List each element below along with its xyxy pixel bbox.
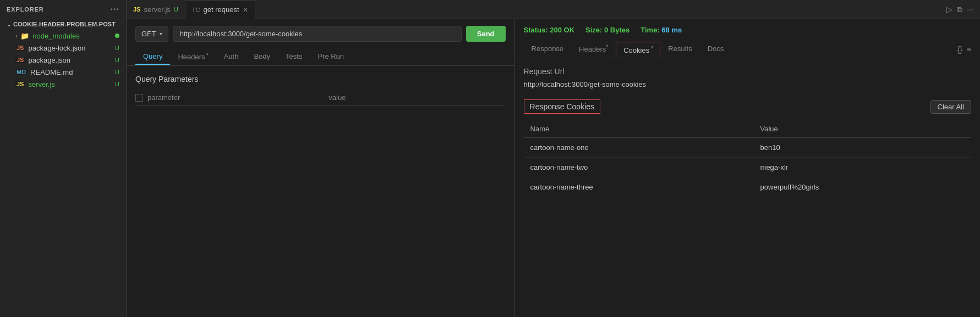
- tab-body[interactable]: Body: [246, 49, 278, 65]
- left-panel: GET ▾ Send Query Headers ² Auth Body: [127, 19, 515, 317]
- tab-response[interactable]: Response: [524, 41, 572, 57]
- tab-get-request[interactable]: TC get request ✕: [185, 0, 255, 19]
- untracked-badge: U: [115, 81, 119, 87]
- tab-results[interactable]: Results: [660, 41, 699, 57]
- tab-label: Tests: [286, 52, 302, 60]
- cookies-table: Name Value cartoon-name-oneben10cartoon-…: [524, 120, 971, 197]
- tab-label: Docs: [708, 45, 724, 53]
- file-label: server.js: [28, 80, 112, 88]
- tab-label: Body: [254, 52, 270, 60]
- file-label: node_modules: [32, 32, 112, 40]
- untracked-badge: U: [115, 45, 119, 51]
- request-url-value: http://localhost:3000/get-some-cookies: [524, 80, 971, 88]
- tab-query[interactable]: Query: [135, 49, 170, 65]
- col-name-header: Name: [524, 120, 754, 138]
- sidebar: EXPLORER ··· ⌄ COOKIE-HEADER-PROBLEM-POS…: [0, 0, 127, 317]
- request-url-section: Request Url http://localhost:3000/get-so…: [524, 67, 971, 88]
- tc-file-icon: TC: [192, 7, 200, 13]
- clear-all-button[interactable]: Clear All: [930, 100, 971, 114]
- response-content: Request Url http://localhost:3000/get-so…: [515, 58, 980, 317]
- tab-resp-headers[interactable]: Headers⁹: [571, 41, 616, 58]
- tab-label: Pre Run: [317, 52, 344, 60]
- tab-label: Response: [532, 45, 564, 53]
- request-bar: GET ▾ Send: [127, 19, 514, 48]
- cookie-name-cell: cartoon-name-one: [524, 138, 754, 158]
- method-select[interactable]: GET ▾: [135, 26, 168, 42]
- table-header-row: Name Value: [524, 120, 971, 138]
- sidebar-item-server-js[interactable]: JS server.js U: [0, 78, 126, 90]
- sidebar-item-node-modules[interactable]: › 📁 node_modules: [0, 30, 126, 42]
- tab-label: Headers: [178, 53, 205, 61]
- json-icon: JS: [15, 57, 25, 63]
- untracked-badge: U: [115, 69, 119, 75]
- explorer-title: EXPLORER: [7, 6, 44, 13]
- md-icon: MD: [15, 69, 27, 75]
- col-value-header: Value: [754, 120, 971, 138]
- split-button[interactable]: ⧉: [957, 5, 962, 14]
- untracked-badge: U: [115, 57, 119, 63]
- braces-icon[interactable]: {}: [957, 45, 962, 54]
- response-cookies-header: Response Cookies Clear All: [524, 99, 971, 114]
- badge: ³: [649, 45, 653, 51]
- size-label: Size:: [585, 26, 604, 34]
- params-value-placeholder: value: [329, 93, 505, 102]
- content-area: GET ▾ Send Query Headers ² Auth Body: [127, 19, 980, 317]
- window-controls: ▷ ⧉ ···: [946, 5, 980, 14]
- tab-cookies[interactable]: Cookies ³: [616, 42, 660, 57]
- status-size: Size: 0 Bytes: [585, 26, 629, 34]
- tab-label: Headers: [579, 45, 606, 53]
- tab-docs[interactable]: Docs: [700, 41, 732, 57]
- query-section: Query Parameters parameter value: [127, 66, 514, 114]
- file-label: package-lock.json: [28, 44, 112, 52]
- status-label: Status:: [524, 26, 550, 34]
- params-table: parameter value: [135, 90, 506, 105]
- tab-pre-run[interactable]: Pre Run: [310, 49, 352, 65]
- time-value: 68 ms: [661, 26, 682, 34]
- table-row: cartoon-name-twomega-xlr: [524, 158, 971, 177]
- folder-icon: 📁: [20, 32, 29, 40]
- sidebar-header: EXPLORER ···: [0, 0, 126, 19]
- tab-label: Auth: [224, 52, 239, 60]
- close-tab-icon[interactable]: ✕: [243, 6, 248, 14]
- status-status: Status: 200 OK: [524, 26, 574, 34]
- project-root[interactable]: ⌄ COOKIE-HEADER-PROBLEM-POST: [0, 19, 126, 30]
- run-button[interactable]: ▷: [946, 5, 952, 14]
- modified-badge: U: [174, 6, 178, 13]
- js-icon: JS: [15, 81, 25, 87]
- tab-label: Cookies: [623, 46, 649, 54]
- sidebar-item-package-lock[interactable]: JS package-lock.json U: [0, 42, 126, 54]
- right-panel: Status: 200 OK Size: 0 Bytes Time: 68 ms…: [515, 19, 980, 317]
- url-input[interactable]: [173, 26, 462, 42]
- chevron-down-icon: ▾: [160, 31, 162, 37]
- cookie-value-cell: ben10: [754, 138, 971, 158]
- sidebar-more-button[interactable]: ···: [111, 4, 119, 14]
- status-value: 200 OK: [550, 26, 574, 34]
- sidebar-item-package-json[interactable]: JS package.json U: [0, 54, 126, 66]
- request-url-label: Request Url: [524, 67, 971, 76]
- tab-label: Query: [143, 52, 162, 60]
- query-title: Query Parameters: [135, 75, 506, 84]
- params-checkbox[interactable]: [135, 94, 143, 102]
- more-button[interactable]: ···: [967, 5, 973, 14]
- project-label: COOKIE-HEADER-PROBLEM-POST: [13, 21, 116, 27]
- tab-tests[interactable]: Tests: [278, 49, 310, 65]
- layout-icon[interactable]: ≡: [967, 45, 971, 54]
- tab-headers[interactable]: Headers ²: [170, 48, 216, 65]
- modified-badge: [115, 34, 119, 38]
- badge: ²: [205, 52, 209, 58]
- response-tabs: Response Headers⁹ Cookies ³ Results Docs…: [515, 41, 980, 58]
- tab-auth[interactable]: Auth: [216, 49, 247, 65]
- tab-bar: JS server.js U TC get request ✕ ▷ ⧉ ···: [127, 0, 980, 19]
- chevron-down-icon: ⌄: [7, 21, 11, 27]
- cookie-name-cell: cartoon-name-three: [524, 177, 754, 197]
- response-cookies-title: Response Cookies: [524, 99, 601, 114]
- tab-label: get request: [204, 5, 239, 14]
- table-row: cartoon-name-oneben10: [524, 138, 971, 158]
- request-tabs: Query Headers ² Auth Body Tests Pre Run: [127, 48, 514, 66]
- tab-server-js[interactable]: JS server.js U: [127, 0, 185, 19]
- size-value: 0 Bytes: [604, 26, 629, 34]
- response-cookies-section: Response Cookies Clear All Name Value ca…: [524, 99, 971, 197]
- cookie-value-cell: powerpuff%20girls: [754, 177, 971, 197]
- sidebar-item-readme[interactable]: MD README.md U: [0, 66, 126, 78]
- send-button[interactable]: Send: [466, 26, 506, 42]
